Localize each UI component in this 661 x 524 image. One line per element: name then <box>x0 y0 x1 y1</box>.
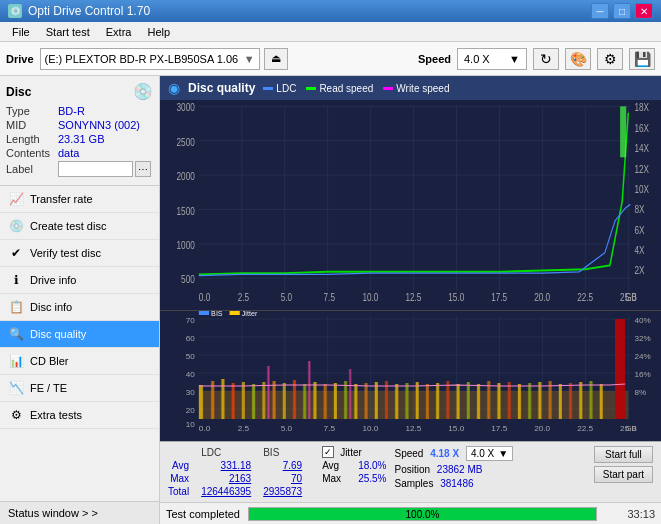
svg-text:2.5: 2.5 <box>238 292 249 303</box>
disc-quality-icon: 🔍 <box>8 326 24 342</box>
disc-type-label: Type <box>6 105 58 117</box>
svg-text:BIS: BIS <box>211 311 223 317</box>
write-speed-color <box>383 87 393 90</box>
row-max-bis[interactable]: 70 <box>263 472 314 485</box>
maximize-button[interactable]: □ <box>613 3 631 19</box>
close-button[interactable]: ✕ <box>635 3 653 19</box>
app-icon: 💿 <box>8 4 22 18</box>
sidebar-item-fe-te[interactable]: 📉 FE / TE <box>0 375 159 402</box>
svg-text:7.5: 7.5 <box>324 292 335 303</box>
svg-text:17.5: 17.5 <box>491 424 507 433</box>
svg-rect-122 <box>518 384 521 419</box>
disc-panel: Disc 💿 Type BD-R MID SONYNN3 (002) Lengt… <box>0 76 159 186</box>
legend-ldc: LDC <box>263 83 296 94</box>
ldc-color <box>263 87 273 90</box>
svg-text:0.0: 0.0 <box>199 424 211 433</box>
svg-rect-110 <box>395 384 398 419</box>
svg-text:12.5: 12.5 <box>405 292 421 303</box>
sidebar-item-extra-tests[interactable]: ⚙ Extra tests <box>0 402 159 429</box>
sidebar-item-drive-info[interactable]: ℹ Drive info <box>0 267 159 294</box>
sidebar-item-disc-quality[interactable]: 🔍 Disc quality <box>0 321 159 348</box>
menu-start-test[interactable]: Start test <box>38 24 98 40</box>
svg-rect-98 <box>272 381 275 419</box>
speed-dropdown[interactable]: 4.0 X ▼ <box>457 48 527 70</box>
svg-rect-44 <box>620 106 626 157</box>
col-ldc: LDC <box>201 446 263 459</box>
start-full-button[interactable]: Start full <box>594 446 653 463</box>
svg-text:10.0: 10.0 <box>362 292 378 303</box>
toolbar: Drive (E:) PLEXTOR BD-R PX-LB950SA 1.06 … <box>0 42 661 76</box>
row-max-label: Max <box>168 472 201 485</box>
svg-text:16X: 16X <box>634 123 649 134</box>
menu-help[interactable]: Help <box>139 24 178 40</box>
svg-text:10.0: 10.0 <box>362 424 378 433</box>
disc-mid-row: MID SONYNN3 (002) <box>6 119 153 131</box>
speed-value: 4.18 X <box>430 448 459 459</box>
chevron-down-icon: ▼ <box>509 53 520 65</box>
drive-dropdown[interactable]: (E:) PLEXTOR BD-R PX-LB950SA 1.06 ▼ <box>40 48 260 70</box>
speed-selector[interactable]: 4.0 X ▼ <box>466 446 513 461</box>
sidebar-item-disc-info[interactable]: 📋 Disc info <box>0 294 159 321</box>
svg-text:6X: 6X <box>634 225 644 236</box>
row-max-ldc[interactable]: 2163 <box>201 472 263 485</box>
sidebar-item-create-test-disc[interactable]: 💿 Create test disc <box>0 213 159 240</box>
svg-text:15.0: 15.0 <box>448 424 464 433</box>
svg-rect-124 <box>538 382 541 419</box>
save-button[interactable]: 💾 <box>629 48 655 70</box>
svg-rect-118 <box>477 384 480 419</box>
disc-label-input[interactable] <box>58 161 133 177</box>
settings-button[interactable]: ⚙ <box>597 48 623 70</box>
row-total-ldc[interactable]: 126446395 <box>201 485 263 498</box>
sidebar-item-label: Extra tests <box>30 409 82 421</box>
title-bar: 💿 Opti Drive Control 1.70 ─ □ ✕ <box>0 0 661 22</box>
menu-extra[interactable]: Extra <box>98 24 140 40</box>
jitter-avg-label: Avg <box>322 460 352 471</box>
svg-text:14X: 14X <box>634 143 649 154</box>
svg-text:5.0: 5.0 <box>281 424 293 433</box>
start-part-button[interactable]: Start part <box>594 466 653 483</box>
svg-text:GB: GB <box>625 292 637 303</box>
row-avg-bis[interactable]: 7.69 <box>263 459 314 472</box>
samples-value: 381486 <box>440 478 473 489</box>
minimize-button[interactable]: ─ <box>591 3 609 19</box>
jitter-checkbox[interactable]: ✓ <box>322 446 334 458</box>
samples-label: Samples <box>394 478 433 489</box>
svg-text:3000: 3000 <box>177 103 195 114</box>
svg-rect-121 <box>508 382 511 419</box>
stats-section: LDC BIS Avg 331.18 7.69 Max 2163 70 To <box>160 441 661 502</box>
verify-icon: ✔ <box>8 245 24 261</box>
row-avg-ldc[interactable]: 331.18 <box>201 459 263 472</box>
read-speed-color <box>306 87 316 90</box>
svg-rect-93 <box>221 379 224 419</box>
top-chart-svg: 3000 2500 2000 1500 1000 500 18X 16X 14X… <box>160 100 661 310</box>
status-text: Test completed <box>166 508 240 520</box>
sidebar-item-cd-bler[interactable]: 📊 CD Bler <box>0 348 159 375</box>
title-bar-left: 💿 Opti Drive Control 1.70 <box>8 4 150 18</box>
status-window-button[interactable]: Status window > > <box>0 501 159 524</box>
refresh-button[interactable]: ↻ <box>533 48 559 70</box>
sidebar-item-verify-test-disc[interactable]: ✔ Verify test disc <box>0 240 159 267</box>
svg-text:40: 40 <box>186 370 196 379</box>
svg-rect-120 <box>497 383 500 419</box>
svg-rect-102 <box>313 382 316 419</box>
svg-text:70: 70 <box>186 316 196 325</box>
time-display: 33:13 <box>605 508 655 520</box>
disc-label-button[interactable]: ⋯ <box>135 161 151 177</box>
svg-text:2.5: 2.5 <box>238 424 250 433</box>
jitter-header: ✓ Jitter <box>322 446 386 458</box>
sidebar-item-transfer-rate[interactable]: 📈 Transfer rate <box>0 186 159 213</box>
speed-label: Speed <box>394 448 423 459</box>
bottom-chart: 70 60 50 40 30 20 10 40% 32% 24% 16% 8% <box>160 311 661 441</box>
eject-button[interactable]: ⏏ <box>264 48 288 70</box>
svg-rect-106 <box>354 384 357 419</box>
svg-rect-101 <box>303 384 306 419</box>
color-button[interactable]: 🎨 <box>565 48 591 70</box>
svg-rect-105 <box>344 381 347 419</box>
menu-file[interactable]: File <box>4 24 38 40</box>
svg-text:Jitter: Jitter <box>242 311 258 317</box>
svg-rect-103 <box>324 384 327 419</box>
svg-rect-45 <box>160 311 661 441</box>
content-area: ◉ Disc quality LDC Read speed Write spee… <box>160 76 661 524</box>
row-total-bis[interactable]: 2935873 <box>263 485 314 498</box>
disc-label-label: Label <box>6 163 58 175</box>
